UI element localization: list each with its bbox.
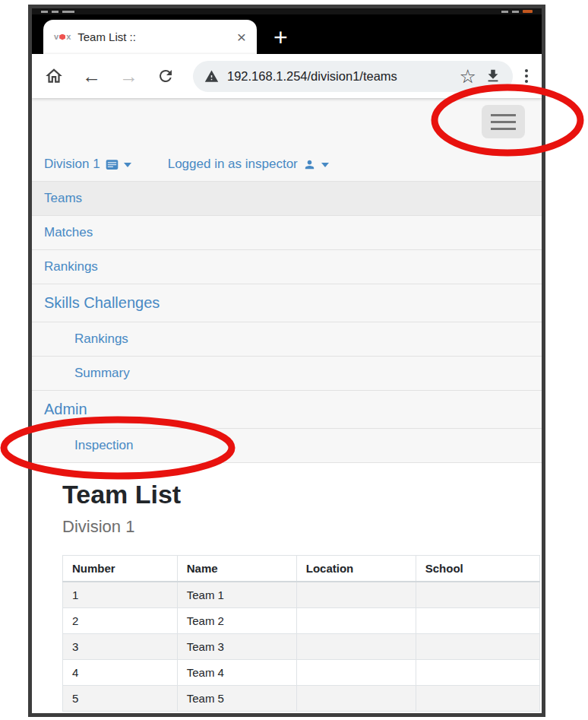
new-tab-button[interactable]: + bbox=[273, 25, 288, 49]
division-dropdown[interactable]: Division 1 bbox=[44, 157, 131, 172]
address-bar[interactable]: 192.168.1.254/division1/teams ☆ bbox=[193, 61, 513, 92]
chevron-down-icon bbox=[321, 163, 329, 167]
main-content: Team List Division 1 Number Name Locatio… bbox=[32, 463, 542, 717]
page-title: Team List bbox=[62, 480, 540, 509]
nav-item-skills-challenges[interactable]: Skills Challenges bbox=[32, 284, 542, 322]
cell-name: Team 1 bbox=[177, 582, 296, 608]
nav-item-admin[interactable]: Admin bbox=[32, 390, 542, 428]
status-time-remnant bbox=[41, 11, 74, 13]
cell-name: Team 4 bbox=[177, 660, 296, 686]
page-body: Division 1 Logged in as inspector Teams … bbox=[32, 98, 542, 717]
nav-item-teams[interactable]: Teams bbox=[32, 181, 542, 215]
warning-triangle-icon[interactable] bbox=[204, 69, 219, 84]
display-icon bbox=[106, 159, 119, 170]
nav-item-inspection[interactable]: Inspection bbox=[32, 428, 542, 463]
nav-item-matches[interactable]: Matches bbox=[32, 215, 542, 249]
table-row: 1 Team 1 bbox=[63, 582, 540, 608]
cell-number: 2 bbox=[63, 608, 178, 634]
reload-icon[interactable] bbox=[156, 67, 175, 85]
cell-location bbox=[296, 634, 416, 660]
phone-screenshot-frame: vx Team List :: × + ← → 192.168.1.254/di… bbox=[28, 5, 545, 717]
cell-school bbox=[416, 686, 539, 712]
status-right-icons bbox=[501, 10, 533, 13]
division-dropdown-label: Division 1 bbox=[44, 157, 100, 172]
cell-school bbox=[416, 634, 539, 660]
person-icon bbox=[303, 158, 316, 171]
table-row: 3 Team 3 bbox=[63, 634, 540, 660]
column-header-name: Name bbox=[177, 556, 296, 582]
back-icon[interactable]: ← bbox=[82, 67, 101, 86]
column-header-number: Number bbox=[63, 556, 178, 582]
user-dropdown[interactable]: Logged in as inspector bbox=[168, 157, 329, 172]
cell-location bbox=[296, 582, 416, 608]
cell-number: 3 bbox=[63, 634, 178, 660]
cell-number: 5 bbox=[63, 686, 178, 712]
download-icon[interactable] bbox=[485, 68, 501, 84]
cell-name: Team 3 bbox=[177, 634, 296, 660]
vex-logo-icon: vx bbox=[54, 33, 71, 41]
table-row: 4 Team 4 bbox=[63, 660, 540, 686]
nav-item-rankings[interactable]: Rankings bbox=[32, 249, 542, 284]
user-dropdown-label: Logged in as inspector bbox=[168, 157, 298, 172]
url-text[interactable]: 192.168.1.254/division1/teams bbox=[227, 69, 451, 84]
cell-name: Team 2 bbox=[177, 608, 296, 634]
bookmark-star-icon[interactable]: ☆ bbox=[460, 67, 476, 86]
team-table: Number Name Location School 1 Team 1 2 bbox=[62, 555, 540, 712]
menu-button-row bbox=[32, 98, 542, 138]
cell-number: 1 bbox=[63, 582, 178, 608]
nav-item-skills-rankings[interactable]: Rankings bbox=[32, 322, 542, 356]
page-subtitle: Division 1 bbox=[62, 517, 540, 537]
nav-item-skills-summary[interactable]: Summary bbox=[32, 356, 542, 390]
hamburger-icon bbox=[491, 114, 516, 116]
kebab-menu-icon[interactable] bbox=[523, 68, 530, 84]
tab-close-icon[interactable]: × bbox=[237, 29, 246, 45]
forward-icon: → bbox=[119, 67, 138, 86]
browser-tab-bar: vx Team List :: × + bbox=[32, 14, 542, 54]
cell-location bbox=[296, 608, 416, 634]
battery-icon bbox=[523, 10, 533, 13]
column-header-school: School bbox=[416, 556, 539, 582]
column-header-location: Location bbox=[296, 556, 416, 582]
main-nav: Teams Matches Rankings Skills Challenges… bbox=[32, 181, 542, 463]
chevron-down-icon bbox=[124, 163, 131, 167]
cell-number: 4 bbox=[63, 660, 178, 686]
cell-school bbox=[416, 660, 539, 686]
browser-toolbar: ← → 192.168.1.254/division1/teams ☆ bbox=[32, 54, 542, 98]
menu-button[interactable] bbox=[482, 105, 525, 138]
home-icon[interactable] bbox=[44, 66, 64, 86]
dropdown-row: Division 1 Logged in as inspector bbox=[32, 138, 542, 181]
cell-location bbox=[296, 686, 416, 712]
cell-name: Team 5 bbox=[177, 686, 296, 712]
table-header-row: Number Name Location School bbox=[63, 556, 540, 582]
browser-tab[interactable]: vx Team List :: × bbox=[43, 20, 257, 54]
cell-school bbox=[416, 582, 539, 608]
table-row: 2 Team 2 bbox=[63, 608, 540, 634]
cell-location bbox=[296, 660, 416, 686]
tab-title: Team List :: bbox=[77, 30, 236, 43]
cell-school bbox=[416, 608, 539, 634]
table-row: 5 Team 5 bbox=[63, 686, 540, 712]
android-status-bar bbox=[32, 8, 542, 14]
